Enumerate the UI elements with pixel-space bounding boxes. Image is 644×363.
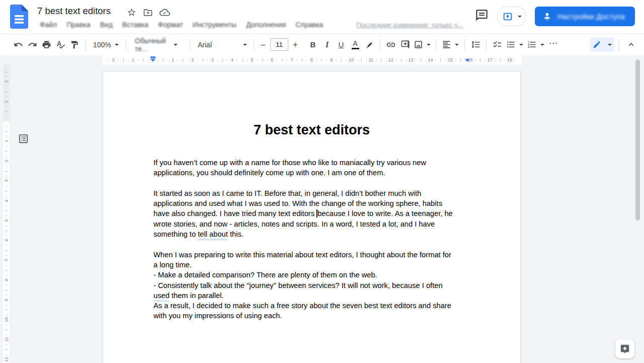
- menu-help[interactable]: Справка: [295, 21, 323, 29]
- text-line: used them in parallel.: [153, 291, 520, 301]
- hide-menus-button[interactable]: [624, 38, 638, 52]
- menu-view[interactable]: Вид: [100, 21, 113, 29]
- vertical-ruler[interactable]: 21123456789101112: [3, 64, 10, 363]
- text-line: - Consistently talk about the "journey" …: [153, 280, 520, 291]
- more-options-button[interactable]: ⋯: [546, 38, 560, 52]
- empty-line: [153, 239, 520, 249]
- spellcheck-underlined-text: used: [153, 292, 170, 300]
- redo-button[interactable]: [25, 38, 39, 52]
- zoom-value: 100%: [93, 41, 111, 49]
- person-share-icon: [542, 11, 552, 22]
- vertical-scrollbar[interactable]: [635, 59, 640, 221]
- document-heading: 7 best text editors: [103, 121, 520, 139]
- horizontal-ruler[interactable]: 21123456789101112131415161718: [0, 55, 644, 64]
- share-button-label: Настройки Доступа: [557, 13, 625, 21]
- paragraph-style-select[interactable]: Обычный те...: [130, 37, 186, 53]
- chevron-down-icon: [608, 44, 612, 46]
- italic-icon: I: [326, 40, 329, 49]
- menu-addons[interactable]: Дополнения: [246, 21, 286, 29]
- paint-format-button[interactable]: [67, 38, 82, 52]
- decrease-font-size-button[interactable]: –: [258, 38, 269, 52]
- style-value: Обычный те...: [135, 37, 170, 53]
- numbered-list-icon: [527, 40, 537, 49]
- chevron-down-icon: [455, 44, 459, 46]
- app-bar: 7 best text editors Файл Правка Вид Вста…: [0, 0, 644, 33]
- toolbar-divider: [486, 39, 487, 50]
- outline-icon: [18, 133, 29, 144]
- menu-edit[interactable]: Правка: [66, 21, 90, 29]
- insert-image-button[interactable]: [412, 38, 432, 52]
- chevron-up-icon: [626, 40, 636, 49]
- highlight-color-button[interactable]: [362, 38, 376, 52]
- present-button[interactable]: [497, 7, 526, 26]
- document-page[interactable]: 7 best text editors If you haven’t come …: [103, 71, 521, 363]
- numbered-list-button[interactable]: [525, 38, 546, 52]
- italic-button[interactable]: I: [320, 38, 334, 52]
- more-icon: ⋯: [549, 38, 558, 51]
- plus-icon: +: [293, 40, 297, 49]
- text-segment: have also changed. I have tried many tex…: [153, 209, 316, 217]
- text-line: If you haven’t come up with a name for t…: [153, 158, 520, 168]
- right-margin-marker[interactable]: [465, 59, 470, 62]
- font-size-value: 11: [276, 41, 283, 48]
- zoom-select[interactable]: 100%: [89, 41, 122, 49]
- increase-font-size-button[interactable]: +: [290, 38, 301, 52]
- text-line: It started as soon as I came to IT. Befo…: [153, 188, 520, 198]
- menu-format[interactable]: Формат: [158, 21, 183, 29]
- text-color-button[interactable]: A: [348, 38, 362, 52]
- minus-icon: –: [261, 40, 266, 49]
- chevron-down-icon: [427, 44, 431, 46]
- show-outline-button[interactable]: [17, 132, 30, 145]
- text-line: - Make a detailed comparison? There are …: [153, 270, 520, 280]
- explore-button[interactable]: [615, 339, 634, 358]
- align-button[interactable]: [440, 38, 461, 52]
- cloud-check-icon[interactable]: [159, 7, 170, 18]
- document-body[interactable]: If you haven’t come up with a name for t…: [153, 158, 520, 321]
- text-segment: something to: [153, 230, 198, 238]
- menu-insert[interactable]: Вставка: [122, 21, 148, 29]
- spellcheck-button[interactable]: [53, 38, 67, 52]
- toolbar-divider: [380, 39, 380, 50]
- print-button[interactable]: [39, 38, 53, 52]
- ruler-ticks: 21123456789101112: [3, 64, 10, 363]
- move-folder-icon[interactable]: [143, 8, 153, 18]
- highlighter-icon: [365, 40, 374, 49]
- add-comment-button[interactable]: [398, 38, 412, 52]
- menu-file[interactable]: Файл: [40, 21, 57, 29]
- present-dropdown-caret[interactable]: [518, 16, 522, 18]
- bold-button[interactable]: B: [306, 38, 320, 52]
- line-spacing-button[interactable]: [468, 38, 482, 52]
- toolbar-divider: [619, 39, 619, 50]
- text-line: a long time.: [153, 260, 520, 270]
- first-line-indent-marker[interactable]: [150, 56, 155, 58]
- last-edit-link[interactable]: Последние изменения: только ч...: [356, 21, 463, 29]
- font-value: Arial: [198, 41, 212, 49]
- left-indent-marker[interactable]: [150, 59, 155, 62]
- comments-button[interactable]: [475, 9, 489, 24]
- editing-mode-button[interactable]: [590, 37, 614, 52]
- star-icon[interactable]: [127, 8, 136, 17]
- chevron-down-icon: [519, 44, 523, 46]
- text-line: with you my impressions of using each.: [153, 311, 520, 321]
- docs-logo-icon[interactable]: [10, 5, 28, 29]
- insert-link-button[interactable]: [384, 38, 398, 52]
- text-line: have also changed. I have tried many tex…: [153, 208, 520, 219]
- underline-button[interactable]: U: [334, 38, 348, 52]
- font-size-input[interactable]: 11: [270, 38, 288, 51]
- bold-icon: B: [310, 40, 316, 49]
- toolbar: 100% Обычный те... Arial – 11 + B I U: [0, 33, 644, 56]
- underline-icon: U: [339, 40, 344, 49]
- image-icon: [414, 40, 423, 49]
- toolbar-divider: [436, 39, 436, 50]
- checklist-button[interactable]: [490, 38, 504, 52]
- bulleted-list-button[interactable]: [504, 38, 525, 52]
- undo-button[interactable]: [11, 38, 25, 52]
- toolbar-divider: [464, 39, 465, 50]
- menu-tools[interactable]: Инструменты: [193, 21, 236, 29]
- toolbar-divider: [126, 39, 126, 50]
- font-select[interactable]: Arial: [194, 41, 250, 49]
- text-segment: them in parallel.: [170, 292, 224, 300]
- document-name[interactable]: 7 best text editors: [37, 6, 111, 17]
- share-button[interactable]: Настройки Доступа: [535, 7, 635, 26]
- chevron-down-icon: [540, 44, 544, 46]
